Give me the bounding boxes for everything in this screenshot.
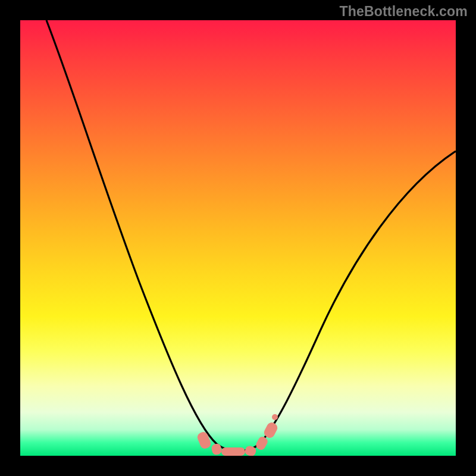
marker-dot	[255, 436, 269, 452]
marker-dot	[196, 431, 212, 450]
bottleneck-curve	[20, 20, 456, 456]
marker-dot	[272, 414, 278, 420]
marker-dot	[221, 447, 245, 456]
chart-frame: TheBottleneck.com	[0, 0, 476, 476]
chart-plot-area	[20, 20, 456, 456]
curve-path	[46, 20, 456, 451]
marker-dot	[211, 443, 223, 456]
watermark-text: TheBottleneck.com	[339, 4, 468, 20]
